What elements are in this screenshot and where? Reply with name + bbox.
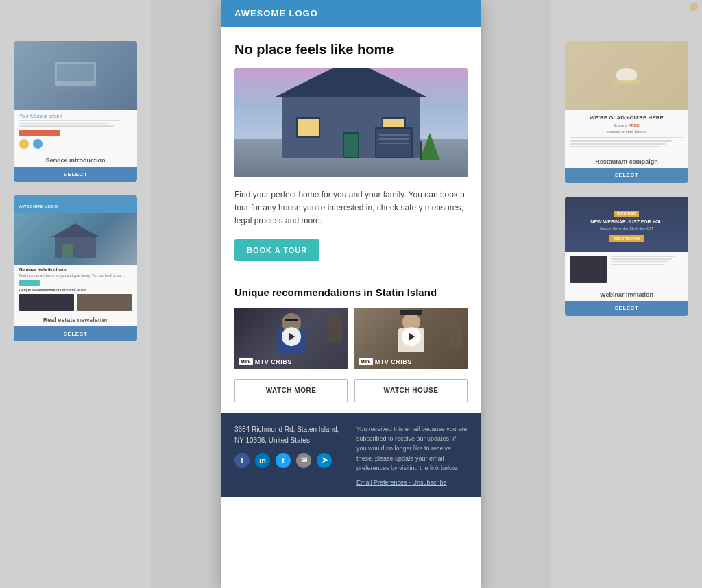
email-description: Find your perfect home for you and your …: [234, 188, 468, 228]
bg-card-right-2-label: Webinar invitation: [565, 287, 688, 301]
right-sidebar: WE'RE GLAD YOU'RE HERE Enjoy a FREE dess…: [551, 0, 702, 588]
email-headline: No place feels like home: [234, 40, 468, 58]
window-left: [296, 117, 320, 138]
bg-card-left-2-body: No place feels like home Find your perfe…: [14, 265, 137, 313]
bg-card-left-1-label: Service introduction: [14, 153, 137, 167]
footer-address: 3664 Richmond Rd, Staten Island, NY 1030…: [234, 424, 346, 446]
bg-card-right-1-label: Restaurant campaign: [565, 154, 688, 168]
section-divider: [234, 275, 468, 275]
social-linkedin-icon[interactable]: in: [255, 453, 270, 468]
email-logo: AWESOME LOGO: [234, 8, 468, 19]
tree: [420, 133, 440, 160]
play-triangle-1: [289, 332, 295, 341]
bg-card-left-2-image: [14, 213, 137, 265]
webinar-reg-btn[interactable]: REGISTER NOW: [609, 235, 644, 242]
play-triangle-2: [409, 332, 415, 341]
footer-left: 3664 Richmond Rd, Staten Island, NY 1030…: [234, 424, 346, 486]
bg-card-right-1: WE'RE GLAD YOU'RE HERE Enjoy a FREE dess…: [565, 41, 688, 183]
bg-card-left-2-video-thumbs: [19, 294, 132, 311]
mtv-cribs-text-2: MTV CRIBS: [375, 358, 412, 365]
mtv-badge-1: MTV MTV CRIBS: [239, 358, 292, 365]
book-tour-button[interactable]: BOOK A TOUR: [234, 239, 319, 261]
footer-social: f in t ✉ ➤: [234, 453, 346, 468]
bg-card-right-2: WEBINAR NEW WEBINAR JUST FOR YOU Sunday,…: [565, 197, 688, 316]
bg-card-right-1-text-lines: [570, 140, 683, 147]
bg-card-left-1-body: Your future is bright!: [14, 110, 137, 153]
bg-card-left-1-title-small: Your future is bright!: [19, 114, 132, 119]
email-header: AWESOME LOGO: [221, 0, 481, 27]
bg-card-right-2-select-btn[interactable]: SELECT: [565, 301, 688, 316]
mtv-badge-2: MTV MTV CRIBS: [359, 358, 412, 365]
bg-card-right-2-text-lines: [611, 256, 683, 265]
bg-card-left-1-text-lines: [19, 120, 132, 127]
email-preferences-link[interactable]: Email Preferences: [356, 479, 407, 486]
play-button-2[interactable]: [402, 327, 421, 346]
bg-card-right-2-content: WEBINAR NEW WEBINAR JUST FOR YOU Sunday,…: [590, 206, 662, 243]
bg-card-left-1-icons: [19, 139, 132, 149]
footer-body-text: You received this email because you are …: [356, 424, 468, 474]
bg-card-right-1-free: FREE: [629, 123, 640, 127]
garage-right: [375, 127, 413, 158]
video-row: MTV MTV CRIBS: [234, 308, 468, 369]
video-thumb-1[interactable]: MTV MTV CRIBS: [234, 308, 348, 369]
bg-card-left-1-cta: [19, 130, 60, 136]
bg-card-right-1-extra: [565, 137, 688, 154]
house-roof: [276, 68, 426, 97]
bg-card-left-1-select-btn[interactable]: SELECT: [14, 167, 137, 182]
footer-right: You received this email because you are …: [356, 424, 468, 486]
watch-house-button[interactable]: WATCH HOUSE: [354, 379, 468, 402]
bg-card-right-1-title: WE'RE GLAD YOU'RE HERE: [565, 110, 688, 123]
bg-card-right-1-subtext: Enjoy a FREE dessert on the house: [565, 123, 688, 137]
mtv-logo-1: MTV: [239, 358, 253, 365]
play-button-1[interactable]: [282, 327, 301, 346]
social-facebook-icon[interactable]: f: [234, 453, 250, 468]
bg-card-left-2-btn: [19, 280, 40, 286]
watch-more-button[interactable]: WATCH MORE: [234, 379, 348, 402]
email-footer: 3664 Richmond Rd, Staten Island, NY 1030…: [221, 413, 481, 497]
bg-card-right-2-image: WEBINAR NEW WEBINAR JUST FOR YOU Sunday,…: [565, 197, 688, 252]
bg-card-right-2-body: [565, 252, 688, 287]
email-body: No place feels like home: [221, 27, 481, 413]
email-hero-image: [234, 68, 468, 177]
social-email-icon[interactable]: ✉: [296, 453, 311, 468]
bg-card-right-1-image: [565, 41, 688, 110]
social-twitter-icon[interactable]: t: [276, 453, 291, 468]
page-wrapper: Your future is bright! Service introduct…: [0, 0, 702, 588]
bg-card-left-1-image: [14, 41, 137, 110]
bg-card-left-2: AWESOME LOGO No place feels like home Fi…: [14, 195, 137, 341]
bg-card-left-2-label: Real estate newsletter: [14, 313, 137, 326]
bg-card-left-1: Your future is bright! Service introduct…: [14, 41, 137, 182]
recommendations-title: Unique recommendations in Statin Island: [234, 286, 468, 298]
watch-btn-row: WATCH MORE WATCH HOUSE: [234, 379, 468, 413]
main-email-card: AWESOME LOGO No place feels like home: [221, 0, 481, 588]
bg-card-left-2-select-btn[interactable]: SELECT: [14, 326, 137, 341]
webinar-badge: WEBINAR: [614, 211, 640, 217]
bg-card-left-2-headline: No place feels like home: [19, 267, 132, 271]
bg-card-left-2-logo: AWESOME LOGO: [19, 204, 58, 208]
bg-card-left-2-desc: Find your perfect home for you and your …: [19, 273, 132, 278]
bg-card-left-2-rec: Unique recommendations in Statin Island: [19, 288, 132, 292]
house-door: [343, 132, 359, 158]
bg-card-right-1-select-btn[interactable]: SELECT: [565, 168, 688, 183]
bg-card-right-2-video-row: [570, 256, 683, 283]
mtv-logo-2: MTV: [359, 358, 373, 365]
video-thumb-2[interactable]: MTV MTV CRIBS: [354, 308, 468, 369]
webinar-date: Sunday, November 22nd, 4pm CST: [590, 226, 662, 230]
bg-card-right-1-enjoy: Enjoy a: [614, 123, 629, 127]
unsubscribe-link[interactable]: Unsubscribe: [413, 479, 447, 486]
bg-card-right-1-dessert: dessert on the house: [607, 130, 646, 134]
mtv-cribs-text-1: MTV CRIBS: [255, 358, 292, 365]
social-telegram-icon[interactable]: ➤: [317, 453, 332, 468]
webinar-headline: NEW WEBINAR JUST FOR YOU: [590, 219, 662, 225]
house-scene: [234, 68, 468, 177]
bg-card-right-2-text: [611, 256, 683, 283]
left-sidebar: Your future is bright! Service introduct…: [0, 0, 151, 588]
bg-card-left-2-logo-bar: AWESOME LOGO: [14, 195, 137, 213]
footer-links[interactable]: Email Preferences - Unsubscribe: [356, 479, 468, 486]
